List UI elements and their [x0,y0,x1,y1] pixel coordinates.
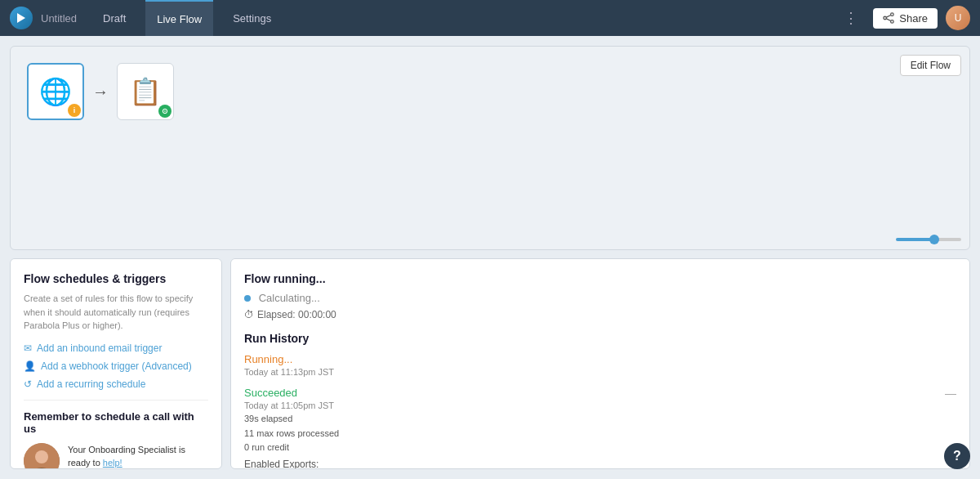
run2-status: Succeeded [244,387,956,399]
edit-flow-button[interactable]: Edit Flow [900,55,961,76]
run2-date: Today at 11:05pm JST [244,401,956,410]
schedules-description: Create a set of rules for this flow to s… [24,292,208,333]
flow-arrow: → [92,83,109,101]
calculating-text: Calculating... [244,292,956,304]
webhook-icon: 👤 [24,360,36,372]
topbar: Untitled Draft Live Flow Settings ⋮ Shar… [0,0,980,36]
remember-row: Your Onboarding Specialist is ready to h… [24,443,208,470]
remember-box: Remember to schedule a call with us Your… [24,410,208,470]
flow-node-1[interactable]: 🌐 i [27,63,84,120]
node2-icon: 📋 [129,76,162,107]
left-panel: Flow schedules & triggers Create a set o… [10,258,222,469]
main-content: Edit Flow 🌐 i → 📋 ⊙ Flow schedules & tri… [0,36,980,479]
svg-marker-0 [17,13,25,23]
svg-point-7 [35,450,48,463]
add-webhook-trigger-link[interactable]: 👤 Add a webhook trigger (Advanced) [24,360,208,372]
svg-point-2 [884,16,887,20]
flow-node-2[interactable]: 📋 ⊙ [117,63,174,120]
tab-live-flow[interactable]: Live Flow [145,0,213,36]
share-button[interactable]: Share [873,8,938,29]
svg-point-3 [891,20,894,24]
node1-icon: 🌐 [39,76,72,107]
node2-badge: ⊙ [158,105,172,118]
schedules-title: Flow schedules & triggers [24,272,208,285]
node1-badge: i [68,104,81,117]
help-link[interactable]: help! [103,458,122,468]
svg-point-1 [891,13,894,16]
zoom-slider[interactable] [896,238,961,241]
run-item-1[interactable]: Running... Today at 11:13pm JST [244,353,956,377]
more-options-icon[interactable]: ⋮ [837,6,865,30]
elapsed-text: ⏱ Elapsed: 00:00:00 [244,309,956,320]
run1-date: Today at 11:13pm JST [244,367,956,377]
tab-draft[interactable]: Draft [91,0,137,36]
zoom-bar [896,238,961,241]
specialist-text: Your Onboarding Specialist is ready to h… [68,443,208,470]
add-email-trigger-link[interactable]: ✉ Add an inbound email trigger [24,342,208,354]
spin-dot [244,295,251,302]
flow-running-title: Flow running... [244,272,956,285]
bottom-panels: Flow schedules & triggers Create a set o… [10,258,970,469]
app-logo[interactable] [10,7,33,29]
add-recurring-schedule-link[interactable]: ↺ Add a recurring schedule [24,378,208,390]
schedule-icon: ↺ [24,378,32,390]
run2-meta: 39s elapsed 11 max rows processed 0 run … [244,412,956,455]
user-avatar[interactable]: U [946,6,970,30]
flow-canvas: Edit Flow 🌐 i → 📋 ⊙ [10,46,970,250]
remember-title: Remember to schedule a call with us [24,410,208,435]
svg-line-5 [887,19,891,21]
flow-nodes: 🌐 i → 📋 ⊙ [11,47,969,137]
email-icon: ✉ [24,342,32,354]
run2-dash: — [945,387,956,400]
svg-line-4 [887,16,891,18]
run1-status: Running... [244,353,956,365]
clock-icon: ⏱ [244,309,254,320]
help-button[interactable]: ? [944,443,970,469]
specialist-avatar [24,443,60,470]
run-item-2[interactable]: — Succeeded Today at 11:05pm JST 39s ela… [244,387,956,469]
right-panel: Flow running... Calculating... ⏱ Elapsed… [230,258,970,469]
exports-label: Enabled Exports: [244,459,956,469]
run-history-title: Run History [244,332,956,345]
tab-settings[interactable]: Settings [221,0,283,36]
share-label: Share [899,12,928,25]
app-title: Untitled [41,12,77,25]
